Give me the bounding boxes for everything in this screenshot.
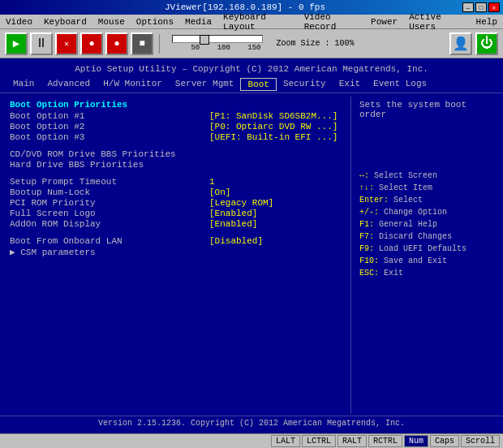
key-select-screen: ↔: Select Screen: [359, 170, 497, 182]
menu-options[interactable]: Options: [134, 16, 176, 28]
boot-option-2-row[interactable]: Boot Option #2 [P0: Optiarc DVD RW ...]: [10, 122, 339, 131]
tab-boot[interactable]: Boot: [240, 78, 276, 91]
boot-option-1-value: [P1: SanDisk SD6SB2M...]: [209, 111, 339, 121]
pause-button[interactable]: ⏸: [30, 32, 53, 55]
pci-rom-value: [Legacy ROM]: [209, 198, 339, 208]
key-scroll: Scroll: [461, 435, 500, 447]
status-bar: LALT LCTRL RALT RCTRL Num Caps Scroll: [0, 433, 503, 448]
setup-timeout-value: 1: [209, 177, 339, 187]
record2-button[interactable]: ●: [105, 32, 128, 55]
window-controls: — □ ✕: [462, 2, 500, 12]
zoom-slider[interactable]: 50 100 150: [172, 35, 263, 52]
boot-option-1-label: Boot Option #1: [10, 111, 209, 121]
toolbar-buttons: ▶ ⏸ ✕ ● ● ■: [5, 32, 153, 55]
tick-100: 100: [217, 44, 230, 52]
tick-labels: 50 100 150: [172, 44, 263, 52]
play-button[interactable]: ▶: [5, 32, 28, 55]
menu-video-record[interactable]: Video Record: [302, 11, 362, 32]
cddvd-bbs-label: CD/DVD ROM Drive BBS Priorities: [10, 149, 339, 159]
bios-header: Aptio Setup Utility – Copyright (C) 2012…: [0, 62, 503, 76]
hdd-bbs-row[interactable]: Hard Drive BBS Priorities: [10, 160, 339, 170]
boot-option-2-label: Boot Option #2: [10, 122, 209, 131]
full-screen-logo-value: [Enabled]: [209, 209, 339, 218]
key-lctrl: LCTRL: [302, 435, 336, 447]
boot-option-2-value: [P0: Optiarc DVD RW ...]: [209, 122, 339, 131]
boot-option-3-value: [UEFI: Built-in EFI ...]: [209, 132, 339, 142]
boot-lan-label: Boot From Onboard LAN: [10, 236, 209, 246]
record3-button[interactable]: ■: [131, 32, 153, 55]
bios-nav: Main Advanced H/W Monitor Server Mgmt Bo…: [0, 76, 503, 93]
key-enter: Enter: Select: [359, 194, 497, 206]
toolbar: ▶ ⏸ ✕ ● ● ■ 50 100 150 Zoom Size : 100% …: [0, 29, 503, 58]
key-f9: F9: Load UEFI Defaults: [359, 243, 497, 255]
close-button[interactable]: ✕: [488, 2, 500, 12]
menu-mouse[interactable]: Mouse: [96, 16, 127, 28]
key-help-section: ↔: Select Screen ↑↓: Select Item Enter: …: [359, 170, 497, 279]
bios-help-description: Sets the system boot order: [359, 100, 497, 119]
bios-right-panel: Sets the system boot order ↔: Select Scr…: [353, 97, 503, 414]
tick-50: 50: [191, 44, 200, 52]
menu-video[interactable]: Video: [3, 16, 35, 28]
key-esc: ESC: Exit: [359, 267, 497, 279]
full-screen-logo-label: Full Screen Logo: [10, 209, 209, 218]
bios-separator: [350, 97, 351, 414]
numlock-value: [On]: [209, 187, 339, 197]
bios-main: Boot Option Priorities Boot Option #1 [P…: [0, 95, 503, 416]
tab-advanced[interactable]: Advanced: [41, 78, 97, 91]
boot-lan-value: [Disabled]: [209, 236, 339, 246]
stop-button[interactable]: ✕: [55, 32, 78, 55]
addon-rom-row[interactable]: AddOn ROM Display [Enabled]: [10, 219, 339, 229]
key-f7: F7: Discard Changes: [359, 230, 497, 243]
bios-container: Aptio Setup Utility – Copyright (C) 2012…: [0, 58, 503, 433]
section-boot-priorities: Boot Option Priorities: [10, 100, 339, 110]
bios-footer: Version 2.15.1236. Copyright (C) 2012 Am…: [0, 416, 503, 430]
menu-keyboard[interactable]: Keyboard: [41, 16, 89, 28]
menu-power[interactable]: Power: [368, 16, 400, 28]
record1-button[interactable]: ●: [80, 32, 103, 55]
pci-rom-row[interactable]: PCI ROM Priority [Legacy ROM]: [10, 198, 339, 208]
boot-option-1-row[interactable]: Boot Option #1 [P1: SanDisk SD6SB2M...]: [10, 111, 339, 121]
hdd-bbs-label: Hard Drive BBS Priorities: [10, 160, 339, 170]
key-ralt: RALT: [337, 435, 367, 447]
slider-track[interactable]: [172, 35, 263, 43]
boot-option-3-row[interactable]: Boot Option #3 [UEFI: Built-in EFI ...]: [10, 132, 339, 142]
numlock-label: Bootup Num-Lock: [10, 187, 209, 197]
tab-main[interactable]: Main: [6, 78, 41, 91]
key-f1: F1: General Help: [359, 218, 497, 230]
power-icon[interactable]: ⏻: [475, 32, 498, 55]
csm-params-row[interactable]: ▶ CSM parameters: [10, 247, 339, 257]
tab-eventlogs[interactable]: Event Logs: [367, 78, 433, 91]
cddvd-bbs-row[interactable]: CD/DVD ROM Drive BBS Priorities: [10, 149, 339, 159]
slider-thumb[interactable]: [200, 35, 209, 45]
tab-hwmonitor[interactable]: H/W Monitor: [97, 78, 169, 91]
setup-timeout-row[interactable]: Setup Prompt Timeout 1: [10, 177, 339, 187]
tick-150: 150: [247, 44, 260, 52]
tab-servermgmt[interactable]: Server Mgmt: [169, 78, 241, 91]
key-change: +/-: Change Option: [359, 206, 497, 218]
menu-help[interactable]: Help: [474, 16, 500, 28]
toolbar-divider: [159, 34, 160, 54]
zoom-label: Zoom Size : 100%: [277, 39, 355, 48]
menu-active-users[interactable]: Active Users: [406, 11, 466, 32]
key-rctrl: RCTRL: [368, 435, 402, 447]
addon-rom-value: [Enabled]: [209, 219, 339, 229]
key-f10: F10: Save and Exit: [359, 255, 497, 267]
boot-lan-row[interactable]: Boot From Onboard LAN [Disabled]: [10, 236, 339, 246]
setup-timeout-label: Setup Prompt Timeout: [10, 177, 209, 187]
key-lalt: LALT: [271, 435, 300, 447]
user-icon[interactable]: 👤: [449, 32, 472, 55]
numlock-row[interactable]: Bootup Num-Lock [On]: [10, 187, 339, 197]
full-screen-logo-row[interactable]: Full Screen Logo [Enabled]: [10, 209, 339, 218]
tab-exit[interactable]: Exit: [333, 78, 367, 91]
csm-params-label: ▶ CSM parameters: [10, 247, 339, 257]
menu-media[interactable]: Media: [183, 16, 214, 28]
key-select-item: ↑↓: Select Item: [359, 182, 497, 194]
bios-left-panel: Boot Option Priorities Boot Option #1 [P…: [0, 97, 349, 414]
key-caps: Caps: [430, 435, 459, 447]
menu-keyboard-layout[interactable]: Keyboard Layout: [221, 11, 295, 32]
addon-rom-label: AddOn ROM Display: [10, 219, 209, 229]
boot-option-3-label: Boot Option #3: [10, 132, 209, 142]
tab-security[interactable]: Security: [277, 78, 333, 91]
key-num: Num: [404, 435, 428, 447]
maximize-button[interactable]: □: [475, 2, 487, 12]
